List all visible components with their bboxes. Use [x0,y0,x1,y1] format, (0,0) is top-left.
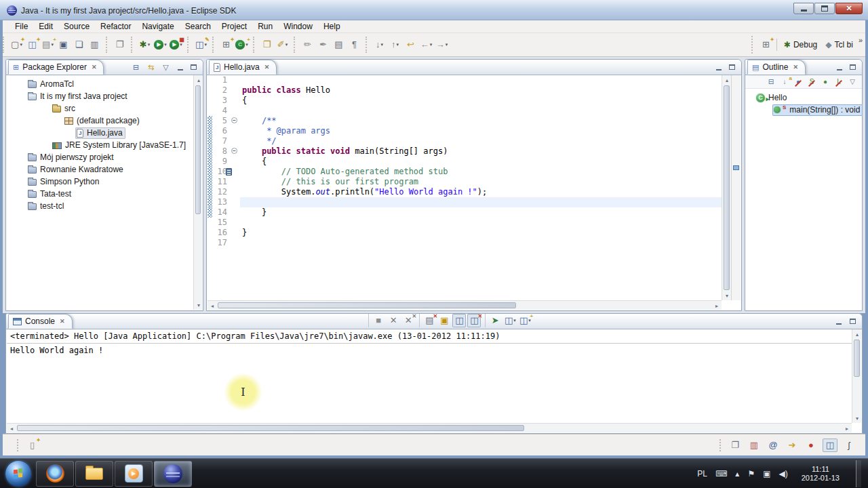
new-shortcut-button[interactable]: ▯✦ [25,438,39,453]
toolbar-overflow-chevron[interactable]: » [859,36,863,44]
menu-help[interactable]: Help [318,20,346,33]
java-scrapbook-button[interactable]: ʃ [842,439,856,452]
new-java-class-button[interactable]: C+▾ [235,37,249,52]
hide-static-members-button[interactable]: S [806,76,818,88]
code-line[interactable]: 14 } [208,207,722,218]
tree-item[interactable]: AromaTcl [6,78,203,90]
maximize-view-button[interactable] [847,316,859,327]
code-line[interactable]: 3{ [208,96,722,106]
save-button[interactable]: ▣ [56,37,71,52]
menu-refactor[interactable]: Refactor [95,20,136,33]
collapse-all-button[interactable]: ⊟ [130,62,142,73]
show-hidden-icons-icon[interactable]: ▴ [735,469,739,479]
tree-item[interactable]: Hello.java [6,127,203,139]
open-perspective-button[interactable]: ⊞✦ [759,37,773,52]
editor-horizontal-scrollbar[interactable]: ◂▸ [208,300,722,310]
menu-source[interactable]: Source [58,20,95,33]
hide-fields-button[interactable]: ● [792,76,804,88]
remove-launch-button[interactable]: ✕ [387,314,400,327]
export-tip-button[interactable]: ➔ [785,439,800,452]
menu-search[interactable]: Search [180,20,216,33]
collapse-all-button[interactable]: ⊟ [765,76,777,88]
code-line[interactable]: 9 { [208,157,722,167]
code-line[interactable]: 6 * @param args [208,126,722,136]
error-log-button[interactable]: ● [804,439,818,452]
mail-button[interactable]: @ [766,439,781,452]
code-line[interactable]: 4 [208,106,722,116]
code-line[interactable]: 17 [208,238,722,248]
search-button[interactable]: ✐▾ [275,37,290,52]
code-line[interactable]: 16} [208,228,722,238]
new-wizard-button[interactable]: ▢✦▾ [9,37,24,52]
minimize-view-button[interactable] [174,62,186,73]
code-line[interactable]: 15 [208,218,722,228]
pin-console-button[interactable]: ➤ [488,314,502,327]
back-history-button[interactable]: ←▾ [419,37,433,52]
view-menu-button[interactable]: ▽ [846,76,859,88]
fast-view-button[interactable]: ❐ [728,439,743,452]
code-line[interactable]: 1 [208,75,722,85]
tcl-perspective-button[interactable]: ◆Tcl bi [821,39,857,51]
dropdown-arrow-icon[interactable]: ▾ [204,42,207,47]
package-explorer-scrollbar[interactable]: ▴▾ [193,75,202,310]
start-button[interactable] [5,461,31,487]
menu-file[interactable]: File [9,20,33,33]
console-output-area[interactable]: <terminated> Hello [Java Application] C:… [7,329,852,423]
console-view-button[interactable]: ◫ [823,439,837,452]
compare-button[interactable]: ❐ [113,37,127,52]
menu-run[interactable]: Run [252,20,278,33]
dropdown-arrow-icon[interactable]: ▾ [285,42,288,47]
close-icon[interactable]: ✕ [264,64,270,70]
language-indicator[interactable]: PL [697,469,707,479]
minimize-view-button[interactable] [833,62,845,73]
show-stdout-when-changed-button[interactable]: ◫ [452,314,466,327]
menu-edit[interactable]: Edit [33,20,58,33]
tab-console[interactable]: Console ✕ [8,314,73,329]
tree-item[interactable]: Rownanie Kwadratowe [6,163,203,176]
dropdown-arrow-icon[interactable]: ▾ [180,42,182,47]
debug-button[interactable]: ✱▾ [138,37,152,52]
action-center-icon[interactable]: ⚑ [747,469,755,479]
tree-item[interactable]: Mój pierwszy projekt [6,151,203,163]
tree-item[interactable]: Simpson Python [6,176,203,188]
close-icon[interactable]: ✕ [60,318,65,325]
dropdown-arrow-icon[interactable]: ▾ [51,42,54,47]
toggle-mark-occurrences-button[interactable]: ✏ [300,37,315,52]
code-editor[interactable]: 12public class Hello3{45− /**6 * @param … [208,75,722,300]
tab-package-explorer[interactable]: ⊞ Package Explorer ✕ [8,60,104,75]
maximize-view-button[interactable] [726,62,738,73]
code-line[interactable]: 8− public static void main(String[] args… [208,146,722,157]
window-maximize-button[interactable] [814,3,835,14]
show-desktop-button[interactable] [856,460,861,487]
console-horizontal-scrollbar[interactable]: ◂▸ [7,423,852,432]
show-stderr-when-changed-button[interactable]: ◫✕ [467,314,481,327]
code-line[interactable]: 5− /** [208,116,722,126]
run-button[interactable]: ▶▾ [153,37,167,52]
editor-vertical-scrollbar[interactable]: ▴▾ [722,75,731,300]
taskbar-app-eclipse[interactable] [154,461,192,487]
dropdown-arrow-icon[interactable]: ▾ [513,318,516,323]
console-vertical-scrollbar[interactable]: ▴▾ [852,329,861,423]
overview-ruler[interactable] [731,75,741,300]
last-edit-location-button[interactable]: ↩ [403,37,418,52]
open-console-button[interactable]: ◫+▾ [518,314,532,327]
code-line[interactable]: 10 // TODO Auto-generated method stub [208,167,722,177]
new-java-project-button[interactable]: ⊞✦ [219,37,233,52]
keyboard-icon[interactable]: ⌨ [715,469,727,479]
open-type-button[interactable]: ❐ [260,37,274,52]
code-line[interactable]: 13 [208,197,722,207]
new-untitled-file-button[interactable]: ▤+▾ [41,37,55,52]
network-icon[interactable]: ▣ [763,469,770,479]
dropdown-arrow-icon[interactable]: ▾ [164,42,167,47]
taskbar-app-media-player[interactable] [115,461,153,487]
window-titlebar[interactable]: Java - It is my first Java project/src/H… [0,0,868,20]
tree-item[interactable]: Tata-test [6,188,203,200]
code-line[interactable]: 12 System.out.println("Hello World again… [208,187,722,197]
maximize-view-button[interactable] [847,62,859,73]
next-annotation-button[interactable]: ↓▾ [372,37,387,52]
dropdown-arrow-icon[interactable]: ▾ [245,42,248,47]
link-with-editor-button[interactable]: ⇆ [145,62,157,73]
fold-collapse-icon[interactable]: − [231,117,237,123]
tree-item[interactable]: test-tcl [6,200,203,212]
cheat-sheet-button[interactable]: ▥ [747,439,762,452]
